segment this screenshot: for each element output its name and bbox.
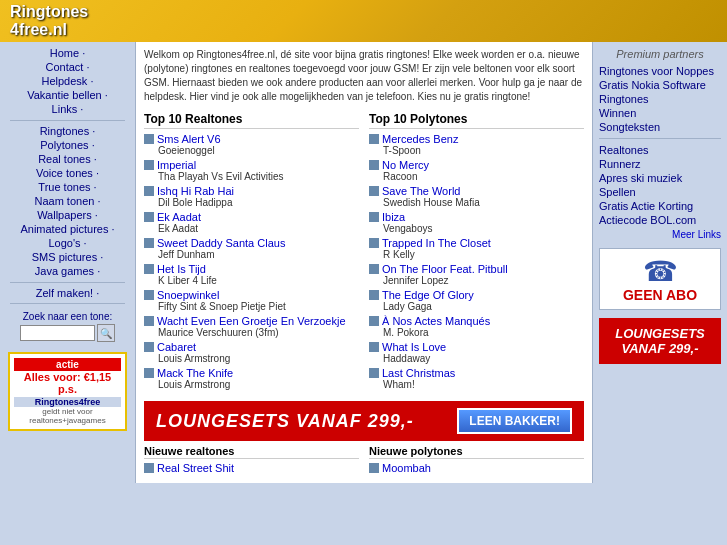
- cat-logos[interactable]: Logo's ·: [0, 236, 135, 250]
- banner-text: LOUNGESETS VANAF 299,-: [156, 411, 414, 432]
- right-link-10[interactable]: Actiecode BOL.com: [599, 213, 721, 227]
- cat-polytones[interactable]: Polytones ·: [0, 138, 135, 152]
- actie-box: actie Alles voor: €1,15 p.s. Ringtones4f…: [8, 352, 127, 431]
- cat-voicetones[interactable]: Voice tones ·: [0, 166, 135, 180]
- list-item: Sweet Daddy Santa Claus Jeff Dunham: [144, 237, 359, 260]
- actie-title: actie: [14, 358, 121, 371]
- ringtone-link[interactable]: On The Floor Feat. Pitbull: [369, 263, 584, 275]
- ringtone-link[interactable]: Het Is Tijd: [144, 263, 359, 275]
- cat-realtones[interactable]: Real tones ·: [0, 152, 135, 166]
- nav-divider-2: [10, 282, 125, 283]
- cat-naamtonen[interactable]: Naam tonen ·: [0, 194, 135, 208]
- ringtone-link[interactable]: Real Street Shit: [144, 462, 359, 474]
- ringtone-link[interactable]: Last Christmas: [369, 367, 584, 379]
- cat-ringtones[interactable]: Ringtones ·: [0, 124, 135, 138]
- search-icon: 🔍: [100, 328, 112, 339]
- list-item: Ibiza Vengaboys: [369, 211, 584, 234]
- ringtone-link[interactable]: Sweet Daddy Santa Claus: [144, 237, 359, 249]
- ringtone-link[interactable]: Ishq Hi Rab Hai: [144, 185, 359, 197]
- note-icon: [144, 238, 154, 248]
- ringtone-link[interactable]: Ek Aadat: [144, 211, 359, 223]
- artist-name: T-Spoon: [369, 145, 584, 156]
- site-logo[interactable]: Ringtones 4free.nl: [10, 3, 88, 38]
- main-layout: Home · Contact · Helpdesk · Vakantie bel…: [0, 42, 727, 483]
- list-item: Snoepwinkel Fifty Sint & Snoep Pietje Pi…: [144, 289, 359, 312]
- ringtone-link[interactable]: The Edge Of Glory: [369, 289, 584, 301]
- right-link-2[interactable]: Ringtones: [599, 92, 721, 106]
- nieuwe-realtones-title: Nieuwe realtones: [144, 445, 359, 459]
- ringtone-link[interactable]: Wacht Even Een Groetje En Verzoekje: [144, 315, 359, 327]
- right-link-0[interactable]: Ringtones voor Noppes: [599, 64, 721, 78]
- meer-links[interactable]: Meer Links: [599, 229, 721, 240]
- ringtone-link[interactable]: Sms Alert V6: [144, 133, 359, 145]
- note-icon: [369, 316, 379, 326]
- right-link-4[interactable]: Songteksten: [599, 120, 721, 134]
- right-sidebar: Premium partners Ringtones voor Noppes G…: [592, 42, 727, 483]
- ringtone-link[interactable]: Snoepwinkel: [144, 289, 359, 301]
- cat-sms[interactable]: SMS pictures ·: [0, 250, 135, 264]
- list-item: Trapped In The Closet R Kelly: [369, 237, 584, 260]
- ringtone-link[interactable]: Trapped In The Closet: [369, 237, 584, 249]
- right-link-7[interactable]: Apres ski muziek: [599, 171, 721, 185]
- cat-wallpapers[interactable]: Wallpapers ·: [0, 208, 135, 222]
- right-link-3[interactable]: Winnen: [599, 106, 721, 120]
- artist-name: Ek Aadat: [144, 223, 359, 234]
- geen-abo-box: ☎ GEEN ABO: [599, 248, 721, 310]
- ringtone-link[interactable]: Imperial: [144, 159, 359, 171]
- nav-contact[interactable]: Contact ·: [0, 60, 135, 74]
- search-button[interactable]: 🔍: [97, 324, 115, 342]
- actie-note: geldt niet voor realtones+javagames: [14, 407, 121, 425]
- right-link-1[interactable]: Gratis Nokia Software: [599, 78, 721, 92]
- geen-abo-text: GEEN ABO: [606, 288, 714, 303]
- artist-name: Wham!: [369, 379, 584, 390]
- right-link-9[interactable]: Gratis Actie Korting: [599, 199, 721, 213]
- note-icon: [144, 316, 154, 326]
- ringtone-link[interactable]: Save The World: [369, 185, 584, 197]
- ringtone-link[interactable]: À Nos Actes Manqués: [369, 315, 584, 327]
- cat-truetones[interactable]: True tones ·: [0, 180, 135, 194]
- ringtone-link[interactable]: Cabaret: [144, 341, 359, 353]
- nav-home[interactable]: Home ·: [0, 46, 135, 60]
- right-banner: LOUNGESETS VANAF 299,-: [599, 318, 721, 364]
- nieuwe-polytones: Nieuwe polytones Moombah: [369, 445, 584, 477]
- banner-area: LOUNGESETS VANAF 299,- LEEN BAKKER!: [144, 401, 584, 441]
- artist-name: Haddaway: [369, 353, 584, 364]
- list-item: Sms Alert V6 Goeienoggel: [144, 133, 359, 156]
- note-icon: [369, 186, 379, 196]
- search-input[interactable]: [20, 325, 95, 341]
- note-icon: [369, 264, 379, 274]
- top10-section: Top 10 Realtones Sms Alert V6 Goeienogge…: [144, 112, 584, 393]
- ringtone-link[interactable]: Moombah: [369, 462, 584, 474]
- nav-links[interactable]: Links ·: [0, 102, 135, 116]
- right-link-8[interactable]: Spellen: [599, 185, 721, 199]
- nav-helpdesk[interactable]: Helpdesk ·: [0, 74, 135, 88]
- note-icon: [144, 463, 154, 473]
- banner-button[interactable]: LEEN BAKKER!: [457, 408, 572, 434]
- list-item: À Nos Actes Manqués M. Pokora: [369, 315, 584, 338]
- artist-name: Jeff Dunham: [144, 249, 359, 260]
- actie-price: Alles voor: €1,15 p.s.: [14, 371, 121, 395]
- artist-name: K Liber 4 Life: [144, 275, 359, 286]
- cat-java[interactable]: Java games ·: [0, 264, 135, 278]
- ringtone-link[interactable]: What Is Love: [369, 341, 584, 353]
- primary-nav: Home · Contact · Helpdesk · Vakantie bel…: [0, 46, 135, 116]
- right-link-5[interactable]: Realtones: [599, 143, 721, 157]
- ringtone-link[interactable]: No Mercy: [369, 159, 584, 171]
- ringtone-link[interactable]: Ibiza: [369, 211, 584, 223]
- right-link-6[interactable]: Runnerz: [599, 157, 721, 171]
- note-icon: [144, 342, 154, 352]
- top10-realtones: Top 10 Realtones Sms Alert V6 Goeienogge…: [144, 112, 359, 393]
- list-item: Last Christmas Wham!: [369, 367, 584, 390]
- note-icon: [144, 160, 154, 170]
- ringtone-link[interactable]: Mack The Knife: [144, 367, 359, 379]
- list-item: Mercedes Benz T-Spoon: [369, 133, 584, 156]
- ringtone-link[interactable]: Mercedes Benz: [369, 133, 584, 145]
- list-item: On The Floor Feat. Pitbull Jennifer Lope…: [369, 263, 584, 286]
- cat-animated[interactable]: Animated pictures ·: [0, 222, 135, 236]
- nav-vakantie[interactable]: Vakantie bellen ·: [0, 88, 135, 102]
- main-content: Welkom op Ringtones4free.nl, dé site voo…: [135, 42, 592, 483]
- zelf-maken[interactable]: Zelf maken! ·: [0, 286, 135, 300]
- welcome-text: Welkom op Ringtones4free.nl, dé site voo…: [144, 48, 584, 104]
- list-item: Moombah: [369, 462, 584, 474]
- actie-brand: Ringtones4free: [14, 397, 121, 407]
